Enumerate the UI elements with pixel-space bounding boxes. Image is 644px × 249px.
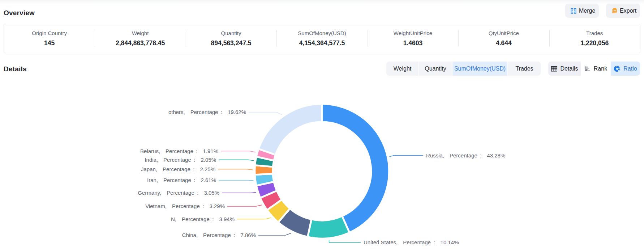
svg-text:Vietnam, Percentage : 3.29%: Vietnam, Percentage : 3.29% [145, 203, 225, 209]
svg-text:N, Percentage : 3.94%: N, Percentage : 3.94% [171, 216, 235, 222]
svg-text:Japan, Percentage : 2.25%: Japan, Percentage : 2.25% [141, 166, 215, 172]
svg-text:United States, Percentage :: United States, Percentage : 10.14% [364, 239, 459, 245]
svg-text:Belarus, Percentage : 1.91%: Belarus, Percentage : 1.91% [140, 148, 218, 154]
svg-text:China, Percentage : 7.86%: China, Percentage : 7.86% [182, 232, 256, 238]
svg-text:Iran, Percentage : 2.61%: Iran, Percentage : 2.61% [147, 177, 216, 183]
svg-text:others, Percentage : 19.62%: others, Percentage : 19.62% [168, 109, 246, 115]
svg-text:India, Percentage : 2.05%: India, Percentage : 2.05% [145, 157, 216, 163]
svg-text:Russia, Percentage : 43.28%: Russia, Percentage : 43.28% [426, 152, 505, 159]
svg-text:Germany, Percentage : 3.05%: Germany, Percentage : 3.05% [138, 190, 219, 196]
